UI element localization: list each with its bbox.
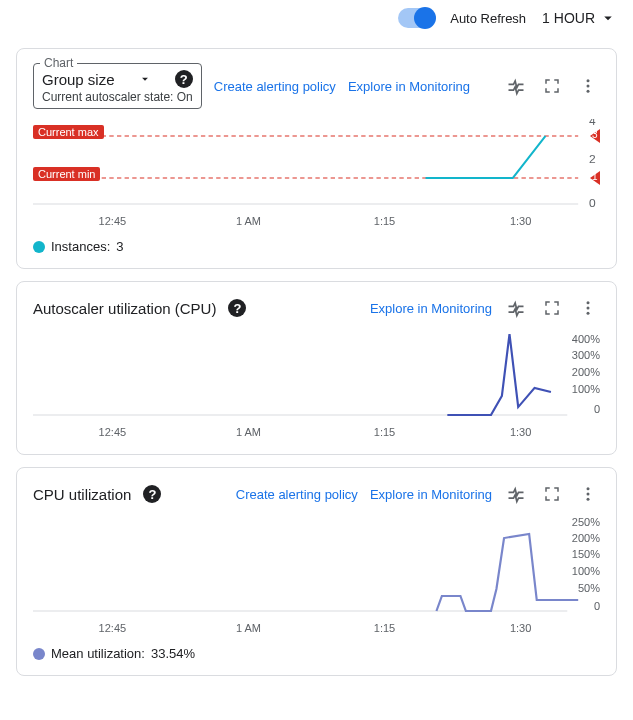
- group-size-card: Chart Group size ? Current autoscaler st…: [16, 48, 617, 269]
- x-axis-ticks: 12:45 1 AM 1:15 1:30: [33, 215, 600, 229]
- dropdown-arrow-icon: [138, 72, 152, 86]
- time-range-select[interactable]: 1 HOUR: [542, 9, 617, 27]
- more-menu-icon[interactable]: [576, 296, 600, 320]
- chevron-down-icon: [599, 9, 617, 27]
- svg-point-11: [587, 312, 590, 315]
- svg-text:0: 0: [589, 197, 596, 208]
- auto-refresh-label: Auto Refresh: [450, 11, 526, 26]
- x-axis-ticks: 12:45 1 AM 1:15 1:30: [33, 426, 600, 440]
- explore-monitoring-link[interactable]: Explore in Monitoring: [370, 487, 492, 502]
- explore-monitoring-link[interactable]: Explore in Monitoring: [370, 301, 492, 316]
- autoscaler-util-card: Autoscaler utilization (CPU) ? Explore i…: [16, 281, 617, 455]
- fullscreen-icon[interactable]: [540, 74, 564, 98]
- legend-dot-instances: [33, 241, 45, 253]
- x-axis-ticks: 12:45 1 AM 1:15 1:30: [33, 622, 600, 636]
- more-menu-icon[interactable]: [576, 482, 600, 506]
- help-icon[interactable]: ?: [175, 70, 193, 88]
- svg-text:2: 2: [589, 153, 596, 164]
- fullscreen-icon[interactable]: [540, 482, 564, 506]
- svg-point-14: [587, 493, 590, 496]
- current-min-badge: Current min: [33, 167, 100, 181]
- group-size-legend: Instances: 3: [33, 239, 600, 254]
- chart-type-dropdown[interactable]: Chart Group size ? Current autoscaler st…: [33, 63, 202, 109]
- autoscaler-state-text: Current autoscaler state: On: [42, 90, 193, 104]
- chart-dropdown-label: Chart: [40, 56, 77, 70]
- cpu-legend: Mean utilization: 33.54%: [33, 646, 600, 661]
- help-icon[interactable]: ?: [143, 485, 161, 503]
- time-range-value: 1 HOUR: [542, 10, 595, 26]
- svg-point-1: [587, 85, 590, 88]
- svg-point-15: [587, 498, 590, 501]
- max-arrow-marker: 3: [590, 129, 600, 143]
- svg-text:4: 4: [589, 119, 596, 127]
- legend-toggle-icon[interactable]: [504, 482, 528, 506]
- fullscreen-icon[interactable]: [540, 296, 564, 320]
- create-alert-link[interactable]: Create alerting policy: [214, 79, 336, 94]
- cpu-util-title: CPU utilization: [33, 486, 131, 503]
- legend-dot-mean: [33, 648, 45, 660]
- auto-refresh-toggle[interactable]: [398, 8, 434, 28]
- svg-point-9: [587, 301, 590, 304]
- create-alert-link[interactable]: Create alerting policy: [236, 487, 358, 502]
- explore-monitoring-link[interactable]: Explore in Monitoring: [348, 79, 470, 94]
- svg-point-13: [587, 487, 590, 490]
- svg-point-2: [587, 90, 590, 93]
- autoscaler-util-title: Autoscaler utilization (CPU): [33, 300, 216, 317]
- svg-point-0: [587, 79, 590, 82]
- more-menu-icon[interactable]: [576, 74, 600, 98]
- autoscaler-util-chart: [33, 330, 600, 420]
- chart-dropdown-value: Group size: [42, 71, 115, 88]
- cpu-util-card: CPU utilization ? Create alerting policy…: [16, 467, 617, 676]
- legend-toggle-icon[interactable]: [504, 296, 528, 320]
- svg-point-10: [587, 307, 590, 310]
- group-size-chart: 4 2 0: [33, 119, 600, 209]
- help-icon[interactable]: ?: [228, 299, 246, 317]
- legend-toggle-icon[interactable]: [504, 74, 528, 98]
- cpu-util-chart: [33, 516, 600, 616]
- min-arrow-marker: 1: [590, 171, 600, 185]
- current-max-badge: Current max: [33, 125, 104, 139]
